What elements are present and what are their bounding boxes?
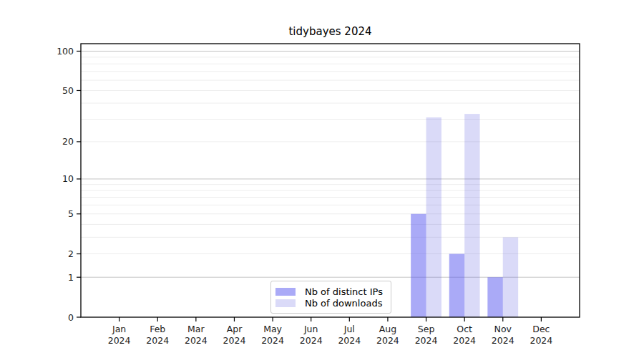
x-tick-label: Sep2024 xyxy=(415,324,438,346)
x-tick-label: Nov2024 xyxy=(492,324,514,346)
y-tick-label: 0 xyxy=(68,312,74,323)
bar-distinct-ips-oct xyxy=(449,254,464,317)
y-tick-label: 10 xyxy=(62,173,74,184)
figure: tidybayes 2024 0125102050100Jan2024Feb20… xyxy=(0,0,644,358)
x-tick-label: Jun2024 xyxy=(300,324,323,346)
x-tick-label: Jan2024 xyxy=(108,324,131,346)
legend: Nb of distinct IPs Nb of downloads xyxy=(270,281,391,314)
x-tick-label: Feb2024 xyxy=(146,324,169,346)
y-tick-label: 50 xyxy=(62,85,74,96)
legend-swatch-distinct-ips xyxy=(275,288,296,296)
y-tick-label: 100 xyxy=(57,46,74,57)
bar-downloads-oct xyxy=(464,114,479,317)
x-tick-label: Jul2024 xyxy=(338,324,361,346)
x-tick-label: Aug2024 xyxy=(376,324,399,346)
chart-title: tidybayes 2024 xyxy=(81,25,580,38)
bar-distinct-ips-nov xyxy=(487,277,502,317)
legend-swatch-downloads xyxy=(275,299,296,307)
bar-downloads-sep xyxy=(426,117,441,317)
x-tick-label: Mar2024 xyxy=(185,324,208,346)
y-tick-label: 20 xyxy=(62,136,74,147)
bar-distinct-ips-sep xyxy=(411,214,426,317)
legend-label-downloads: Nb of downloads xyxy=(305,298,382,309)
legend-item-downloads: Nb of downloads xyxy=(275,297,385,309)
y-tick-label: 5 xyxy=(68,208,74,219)
y-tick-label: 1 xyxy=(68,272,74,283)
x-tick-label: Dec2024 xyxy=(530,324,552,346)
legend-label-distinct-ips: Nb of distinct IPs xyxy=(305,286,383,297)
x-tick-label: Apr2024 xyxy=(223,324,246,346)
x-tick-label: May2024 xyxy=(261,324,284,346)
legend-item-distinct-ips: Nb of distinct IPs xyxy=(275,286,385,297)
bar-downloads-nov xyxy=(503,237,518,317)
y-tick-label: 2 xyxy=(68,248,74,259)
x-tick-label: Oct2024 xyxy=(453,324,476,346)
